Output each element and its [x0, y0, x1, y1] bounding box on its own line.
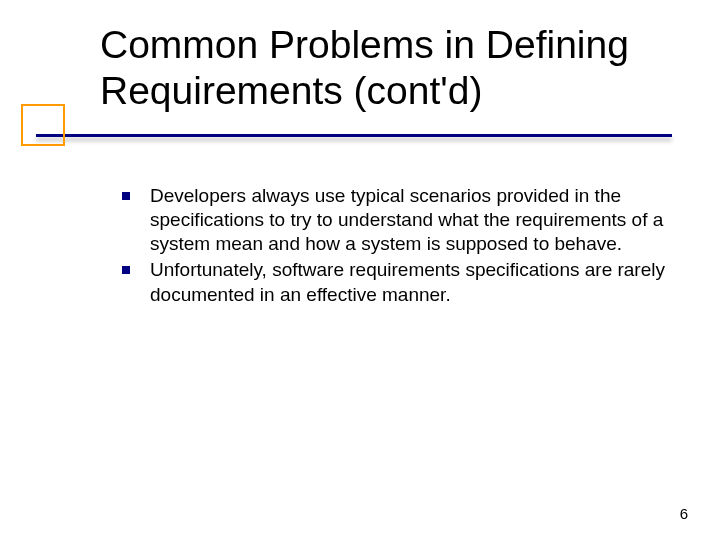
- list-item: Developers always use typical scenarios …: [102, 184, 688, 256]
- page-number: 6: [680, 505, 688, 522]
- list-item: Unfortunately, software requirements spe…: [102, 258, 688, 306]
- bullet-icon: [102, 184, 150, 200]
- slide-title: Common Problems in Defining Requirements…: [100, 22, 690, 114]
- title-area: Common Problems in Defining Requirements…: [100, 22, 690, 114]
- bullet-text: Unfortunately, software requirements spe…: [150, 258, 688, 306]
- bullet-icon: [102, 258, 150, 274]
- bullet-text: Developers always use typical scenarios …: [150, 184, 688, 256]
- title-underline: [36, 134, 672, 137]
- accent-square-icon: [21, 104, 65, 146]
- slide: Common Problems in Defining Requirements…: [0, 0, 720, 540]
- body-text: Developers always use typical scenarios …: [102, 184, 688, 309]
